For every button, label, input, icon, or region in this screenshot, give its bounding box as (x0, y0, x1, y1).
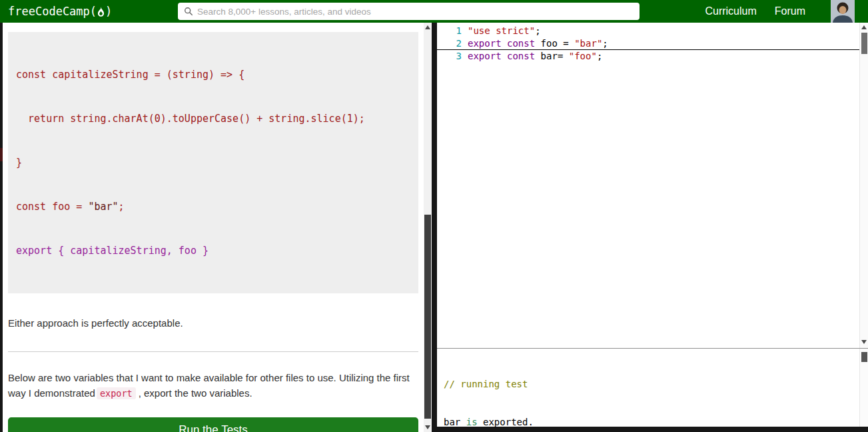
instruction-paragraph: Either approach is perfectly acceptable. (8, 315, 418, 331)
logo-text-suffix: ) (105, 5, 112, 18)
editor-code-text: "use strict"; (468, 25, 541, 37)
example-code-line: return string.charAt(0).toUpperCase() + … (16, 111, 410, 126)
example-code-line: export { capitalizeString, foo } (16, 243, 410, 258)
logo-text-prefix: freeCodeCamp( (8, 5, 97, 18)
search-bar[interactable] (178, 3, 640, 20)
search-icon (184, 7, 193, 16)
scrollbar-thumb[interactable] (424, 215, 431, 419)
scrollbar-thumb[interactable] (861, 33, 867, 54)
scroll-up-arrow[interactable] (860, 23, 868, 32)
code-editor[interactable]: 1 "use strict"; 2 export const foo = "ba… (437, 23, 868, 348)
line-number: 1 (437, 25, 468, 37)
edge-artifact (0, 148, 3, 161)
editor-line[interactable]: 3 export const bar= "foo"; (437, 50, 859, 63)
editor-line[interactable]: 1 "use strict"; (437, 25, 859, 37)
challenge-paragraph: Below are two variables that I want to m… (8, 370, 418, 401)
page: freeCodeCamp( ) Curriculum Forum const c… (0, 0, 868, 432)
editor-code-text: export const foo = "bar"; (468, 37, 608, 49)
editor-line-active[interactable]: 2 export const foo = "bar"; (437, 37, 859, 50)
editor-lines: 1 "use strict"; 2 export const foo = "ba… (437, 25, 859, 63)
section-divider (8, 351, 418, 352)
editor-scrollbar[interactable] (859, 23, 868, 348)
logo[interactable]: freeCodeCamp( ) (8, 5, 112, 18)
nav-link-curriculum[interactable]: Curriculum (705, 5, 756, 17)
scroll-down-arrow[interactable] (424, 423, 432, 432)
line-number: 2 (437, 37, 468, 49)
line-number: 3 (437, 50, 468, 63)
instructions-scrollbar[interactable] (424, 23, 432, 432)
scrollbar-thumb[interactable] (861, 352, 867, 362)
editor-column: 1 "use strict"; 2 export const foo = "ba… (437, 23, 868, 432)
console-scrollbar[interactable] (859, 349, 868, 427)
challenge-text-after: , export the two variables. (139, 387, 252, 399)
flame-icon (97, 7, 105, 17)
instructions-panel: const capitalizeString = (string) => { r… (3, 23, 432, 432)
navbar-right: Curriculum Forum (705, 0, 855, 23)
example-code-line: const capitalizeString = (string) => { (16, 67, 410, 82)
avatar[interactable] (831, 0, 855, 23)
example-code-line: const foo = "bar"; (16, 199, 410, 214)
console-lines: // running test bar is exported. // test… (444, 353, 545, 432)
run-tests-button[interactable]: Run the Tests (8, 417, 418, 432)
top-navbar: freeCodeCamp( ) Curriculum Forum (0, 0, 868, 23)
scroll-down-arrow[interactable] (860, 337, 868, 347)
example-code-line: } (16, 155, 410, 170)
console-line: bar is exported. (444, 416, 545, 429)
search-input[interactable] (197, 7, 634, 17)
editor-code-text: export const bar= "foo"; (468, 50, 602, 63)
inline-code-export: export (97, 387, 136, 399)
console-line: // running test (444, 378, 545, 391)
nav-link-forum[interactable]: Forum (775, 5, 805, 17)
output-console: // running test bar is exported. // test… (437, 348, 868, 427)
scroll-up-arrow[interactable] (424, 23, 432, 32)
instructions-content: const capitalizeString = (string) => { r… (8, 23, 418, 432)
example-code-block: const capitalizeString = (string) => { r… (8, 32, 418, 293)
